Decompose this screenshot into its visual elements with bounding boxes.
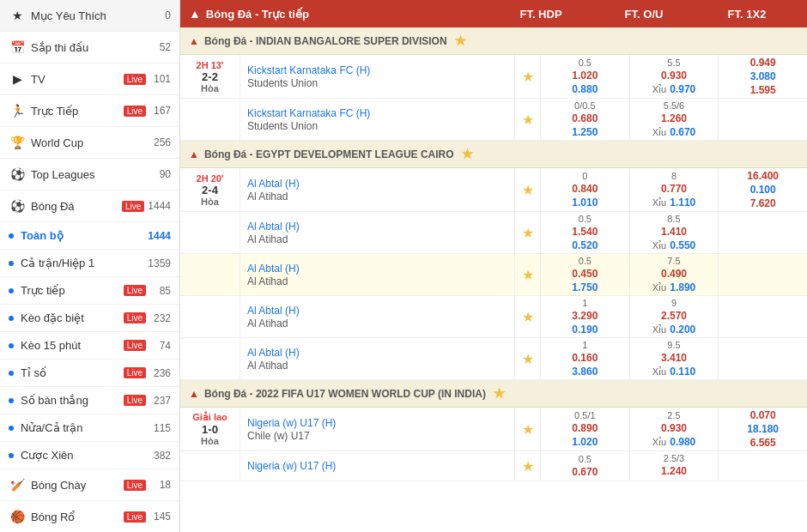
sidebar-item-muc-yeu-thich[interactable]: ★Mục Yêu Thích0 [0,0,179,32]
star-icon[interactable]: ★ [522,351,534,367]
x12-bot[interactable]: 1.595 [750,84,776,96]
hdp-top[interactable]: 0.890 [572,422,598,434]
ou-top[interactable]: 1.240 [661,465,687,477]
ou-bot[interactable]: 0.550 [670,239,695,251]
x12-top[interactable]: 16.400 [747,170,779,182]
match-star[interactable]: ★ [515,254,541,295]
hdp-top[interactable]: 1.020 [572,70,598,82]
sidebar-item-keo-15-phut[interactable]: Kèo 15 phútLive74 [0,332,179,360]
sidebar-item-world-cup[interactable]: 🏆World Cup256 [0,127,179,159]
x12-col [719,212,807,253]
x12-mid[interactable]: 3.080 [750,70,776,82]
star-icon[interactable]: ★ [522,267,534,283]
hdp-top[interactable]: 3.290 [572,310,598,322]
star-icon[interactable]: ★ [522,458,534,475]
sidebar-item-bong-chay[interactable]: 🏏Bóng ChàyLive18 [0,469,179,501]
sidebar-item-bong-da[interactable]: ⚽Bóng ĐáLive1444 [0,190,179,222]
hdp-bot[interactable]: 1.250 [572,126,598,138]
ou-top[interactable]: 0.490 [661,268,687,280]
x12-mid[interactable]: 0.100 [750,184,776,196]
star-icon[interactable]: ★ [522,309,534,325]
ou-bot[interactable]: 0.670 [670,126,695,138]
hdp-bot[interactable]: 1.750 [572,281,598,293]
x12-col [719,338,807,379]
sidebar-item-keo-dac-biet[interactable]: Kèo đặc biệtLive232 [0,305,179,332]
ou-top[interactable]: 1.410 [661,226,687,238]
odds-section: 0.5 1.540 0.520 8.5 1.410 Xỉu 0.550 [541,212,807,253]
match-star[interactable]: ★ [515,338,541,379]
x12-top[interactable]: 0.070 [750,409,776,421]
ou-bot[interactable]: 0.970 [670,83,695,95]
chevron-icon: ▲ [189,388,199,400]
match-star[interactable]: ★ [515,55,541,98]
bong-ro-icon: 🏀 [9,508,26,525]
match-time-score: Giải lao 1-0 Hòa [180,408,240,450]
col-hdp: FT. HDP [489,8,592,21]
section-header-indian-bangalore[interactable]: ▲ Bóng Đá - INDIAN BANGALORE SUPER DIVIS… [180,27,807,55]
match-star[interactable]: ★ [515,451,541,481]
section-header-egypt-development[interactable]: ▲ Bóng Đá - EGYPT DEVELOPMENT LEAGUE CAI… [180,141,807,168]
match-info: Kickstart Karnataka FC (H) Students Unio… [240,55,515,98]
x12-mid[interactable]: 18.180 [747,423,779,435]
hdp-top[interactable]: 0.160 [572,352,598,364]
ou-top[interactable]: 0.770 [661,183,687,195]
match-star[interactable]: ★ [515,296,541,337]
sidebar-item-ti-so[interactable]: Tỉ sốLive236 [0,360,179,387]
ou-bot[interactable]: 0.200 [670,323,695,336]
sidebar-item-ca-tran[interactable]: Cả trận/Hiệp 11359 [0,250,179,277]
sidebar-item-nua-ca-tran[interactable]: Nửa/Cả trận115 [0,414,179,442]
hdp-bot[interactable]: 0.520 [572,239,598,251]
ou-top[interactable]: 0.930 [661,422,687,434]
hdp-top[interactable]: 1.540 [572,226,598,238]
sidebar-item-label: Tỉ số [21,366,124,379]
x12-bot[interactable]: 7.620 [750,197,776,209]
ou-top[interactable]: 1.260 [661,112,687,124]
ou-top[interactable]: 2.570 [661,310,687,322]
hdp-col: 0.5 0.450 1.750 [541,254,630,295]
match-star[interactable]: ★ [515,99,541,140]
hdp-top[interactable]: 0.680 [572,112,598,124]
ou-bot[interactable]: 1.110 [670,196,695,209]
star-icon[interactable]: ★ [522,112,534,128]
section-star-icon[interactable]: ★ [454,33,466,49]
match-row: Nigeria (w) U17 (H) ★ 0.5 0.670 2.5/3 [180,451,807,481]
star-icon[interactable]: ★ [522,69,534,85]
sidebar-item-bong-ro[interactable]: 🏀Bóng RổLive145 [0,501,179,532]
sidebar-item-truc-tiep[interactable]: 🏃Trực TiếpLive167 [0,95,179,127]
hdp-bot[interactable]: 0.190 [572,323,598,336]
sidebar-item-cuoc-xien[interactable]: Cược Xiên382 [0,442,179,469]
hdp-bot[interactable]: 3.860 [572,366,598,378]
x12-top[interactable]: 0.949 [750,57,776,69]
hdp-top[interactable]: 0.450 [572,268,598,280]
sidebar-item-so-ban-thang[interactable]: Số bàn thắngLive237 [0,387,179,414]
section-star-icon[interactable]: ★ [461,146,473,162]
ou-bot[interactable]: 1.890 [670,281,695,293]
team2-name: Students Union [247,77,507,89]
hdp-top[interactable]: 0.670 [572,466,598,478]
hdp-bot[interactable]: 0.880 [572,83,598,95]
sidebar-item-truc-tiep2[interactable]: Trực tiếpLive85 [0,277,179,305]
x12-col [719,254,807,295]
hdp-top[interactable]: 0.840 [572,183,598,195]
section-header-fifa-u17[interactable]: ▲ Bóng Đá - 2022 FIFA U17 WOMEN WORLD CU… [180,380,807,408]
star-icon[interactable]: ★ [522,225,534,241]
ou-top[interactable]: 3.410 [661,352,687,364]
ou-top[interactable]: 0.930 [661,70,687,82]
sidebar-item-tv[interactable]: ▶TVLive101 [0,63,179,95]
ou-bot[interactable]: 0.980 [670,436,695,448]
item-count: 0 [149,9,171,21]
sidebar-item-sap-thi-dau[interactable]: 📅Sắp thi đấu52 [0,32,179,63]
match-star[interactable]: ★ [515,212,541,253]
match-star[interactable]: ★ [515,168,541,211]
star-icon[interactable]: ★ [522,182,534,198]
sidebar-item-top-leagues[interactable]: ⚽Top Leagues90 [0,159,179,190]
hdp-bot[interactable]: 1.020 [572,436,598,448]
hdp-bot[interactable]: 1.010 [572,196,598,209]
ou-bot[interactable]: 0.110 [670,366,695,378]
star-icon[interactable]: ★ [522,421,534,438]
sidebar-item-label: World Cup [31,136,149,149]
match-star[interactable]: ★ [515,408,541,450]
section-star-icon[interactable]: ★ [493,385,505,402]
sidebar-item-toan-bo[interactable]: Toàn bộ1444 [0,222,179,250]
x12-bot[interactable]: 6.565 [750,437,776,449]
